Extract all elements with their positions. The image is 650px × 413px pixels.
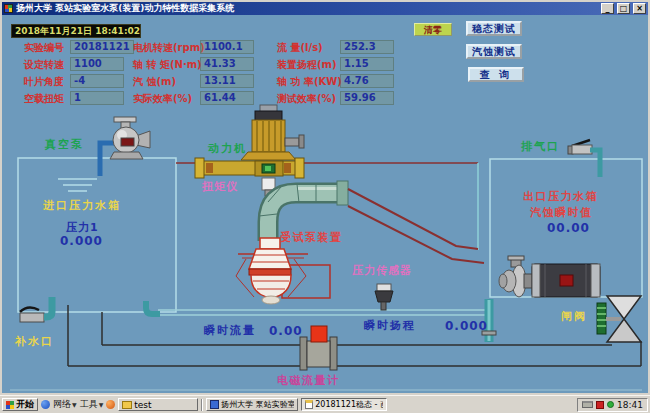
taskbar: 开始 网络▼ 工具▼ test 扬州大学 泵站实验室.. 20181121稳态 … — [0, 395, 650, 413]
field-label-motor-speed: 电机转速(rpm) — [133, 41, 205, 54]
task-button-test-folder[interactable]: test — [118, 398, 198, 411]
field-value-exp-no: 20181121 — [70, 40, 134, 54]
pressure-sensor-label: 压力传感器 — [352, 265, 412, 277]
windows-logo-icon — [6, 401, 14, 409]
title-bar[interactable]: 扬州大学 泵站实验室水泵(装置)动力特性数据采集系统 _ □ × — [2, 2, 648, 15]
task-button-app[interactable]: 扬州大学 泵站实验室.. — [206, 398, 298, 411]
inst-head-value: 0.000 — [445, 320, 488, 332]
field-label-head: 装置扬程(m) — [277, 58, 337, 71]
field-label-actual-eff: 实际效率(%) — [133, 92, 192, 105]
field-label-noload-torque: 空载扭矩 — [24, 92, 64, 105]
task-button-doc[interactable]: 20181121稳态 - 画图 — [301, 398, 387, 411]
field-label-set-speed: 设定转速 — [24, 58, 64, 71]
taskbar-separator — [201, 399, 203, 411]
language-icon[interactable] — [596, 401, 604, 409]
exhaust-port-label: 排气口 — [521, 141, 560, 153]
torque-meter-label: 扭矩仪 — [202, 181, 238, 193]
dropdown-arrow-icon: ▼ — [72, 401, 77, 408]
field-value-shaft-torque: 41.33 — [200, 57, 254, 71]
query-button[interactable]: 查 询 — [468, 67, 524, 82]
window-title: 扬州大学 泵站实验室水泵(装置)动力特性数据采集系统 — [16, 2, 598, 15]
system-tray: 18:41 — [577, 398, 648, 412]
field-value-test-eff: 59.96 — [340, 91, 394, 105]
field-value-blade-angle: -4 — [70, 74, 124, 88]
field-label-shaft-torque: 轴 转 矩(N·m) — [133, 58, 202, 71]
field-label-test-eff: 测试效率(%) — [277, 92, 336, 105]
clock: 18:41 — [617, 400, 643, 410]
field-value-power: 4.76 — [340, 74, 394, 88]
desktop-screen: 扬州大学 泵站实验室水泵(装置)动力特性数据采集系统 _ □ × — [0, 0, 650, 413]
power-machine-label: 动力机 — [208, 143, 247, 155]
close-button[interactable]: × — [633, 3, 646, 14]
steady-test-button[interactable]: 稳态测试 — [466, 21, 522, 36]
cavitation-inst-value: 00.00 — [547, 222, 590, 234]
minimize-button[interactable]: _ — [601, 3, 614, 14]
field-label-flow: 流 量(l/s) — [277, 41, 323, 54]
printer-icon[interactable] — [582, 401, 593, 408]
field-value-cavitation: 13.11 — [200, 74, 254, 88]
browser-icon[interactable] — [41, 400, 50, 409]
taskbar-menu-network[interactable]: 网络▼ — [53, 398, 77, 411]
app-task-icon — [210, 400, 219, 409]
inst-flow-value: 0.00 — [269, 325, 303, 337]
field-label-cavitation: 汽 蚀(m) — [133, 75, 176, 88]
quick-launch-icon[interactable] — [106, 400, 115, 409]
clear-button[interactable]: 清零 — [414, 23, 452, 36]
app-icon — [4, 4, 13, 13]
flowmeter-label: 电磁流量计 — [277, 375, 340, 387]
datetime-display: 2018年11月21日 18:41:02 — [11, 24, 141, 38]
outlet-tank-label: 出口压力水箱 — [523, 191, 598, 203]
field-value-noload-torque: 1 — [70, 91, 124, 105]
vacuum-pump-label: 真空泵 — [45, 139, 84, 151]
taskbar-menu-tools[interactable]: 工具▼ — [80, 398, 104, 411]
folder-icon — [122, 401, 132, 409]
inst-head-label: 瞬时扬程 — [364, 320, 416, 332]
start-button[interactable]: 开始 — [2, 398, 38, 411]
dropdown-arrow-icon: ▼ — [99, 401, 104, 408]
inst-flow-label: 瞬时流量 — [204, 325, 256, 337]
document-icon — [305, 400, 313, 409]
cavitation-inst-label: 汽蚀瞬时值 — [530, 207, 593, 219]
field-value-actual-eff: 61.44 — [200, 91, 254, 105]
p1-label: 压力1 — [66, 222, 99, 234]
inlet-tank-label: 进口压力水箱 — [43, 200, 121, 212]
field-label-blade-angle: 叶片角度 — [24, 75, 64, 88]
restore-button[interactable]: □ — [617, 3, 630, 14]
cavitation-test-button[interactable]: 汽蚀测试 — [466, 44, 522, 59]
test-pump-label: 受试泵装置 — [280, 232, 343, 244]
field-label-power: 轴 功 率(KW) — [277, 75, 342, 88]
p1-value: 0.000 — [60, 235, 103, 247]
field-value-motor-speed: 1100.1 — [200, 40, 254, 54]
makeup-port-label: 补水口 — [15, 336, 54, 348]
field-value-set-speed: 1100 — [70, 57, 124, 71]
status-icon[interactable] — [607, 401, 614, 408]
field-value-head: 1.15 — [340, 57, 394, 71]
field-value-flow: 252.3 — [340, 40, 394, 54]
field-label-exp-no: 实验编号 — [24, 41, 64, 54]
gate-valve-label: 闸阀 — [561, 311, 587, 323]
